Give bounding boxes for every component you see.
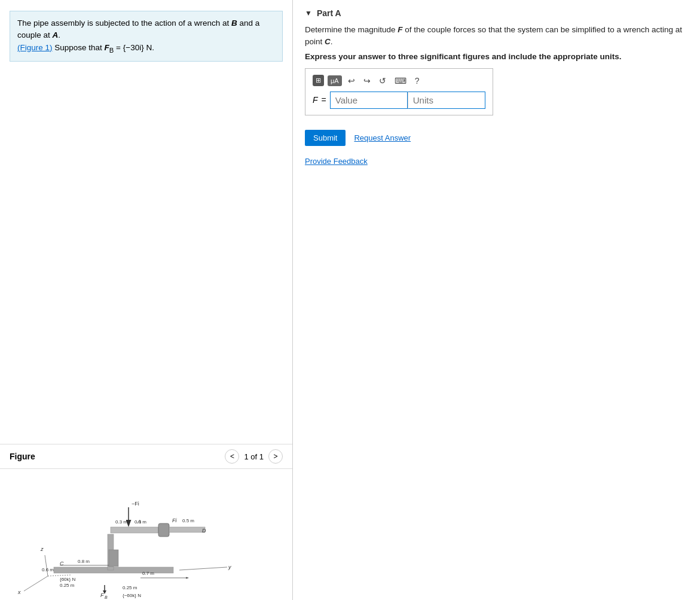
problem-text-5: = {−30i} N. bbox=[114, 43, 154, 52]
svg-line-4 bbox=[48, 575, 72, 576]
input-label: F bbox=[313, 95, 318, 105]
left-panel: The pipe assembly is subjected to the ac… bbox=[0, 0, 293, 600]
svg-text:z: z bbox=[40, 546, 44, 552]
grid-icon: ⊞ bbox=[316, 77, 321, 84]
svg-text:F: F bbox=[100, 592, 104, 598]
svg-text:−Fi: −Fi bbox=[132, 501, 139, 507]
figure-page-label: 1 of 1 bbox=[244, 452, 264, 461]
submit-button[interactable]: Submit bbox=[305, 130, 346, 146]
figure-link[interactable]: (Figure 1) bbox=[17, 43, 53, 52]
svg-text:D: D bbox=[202, 528, 206, 534]
keyboard-icon: ⌨ bbox=[395, 76, 406, 86]
refresh-icon: ↺ bbox=[379, 76, 386, 86]
problem-bold-A: A bbox=[53, 31, 59, 39]
problem-text-1: The pipe assembly is subjected to the ac… bbox=[17, 19, 231, 28]
redo-button[interactable]: ↪ bbox=[361, 75, 373, 87]
figure-nav: < 1 of 1 > bbox=[225, 449, 283, 464]
problem-text-4: Suppose that bbox=[53, 43, 105, 52]
svg-text:0.3 m: 0.3 m bbox=[135, 519, 146, 525]
action-row: Submit Request Answer bbox=[305, 130, 688, 146]
help-icon: ? bbox=[415, 76, 420, 86]
units-input[interactable] bbox=[408, 92, 485, 109]
request-answer-button[interactable]: Request Answer bbox=[354, 133, 411, 142]
svg-text:y: y bbox=[228, 564, 231, 570]
keyboard-button[interactable]: ⌨ bbox=[392, 75, 409, 87]
svg-text:0.6 m: 0.6 m bbox=[42, 567, 54, 572]
undo-button[interactable]: ↩ bbox=[346, 75, 357, 87]
figure-prev-button[interactable]: < bbox=[225, 449, 239, 464]
svg-rect-12 bbox=[111, 527, 158, 533]
part-description: Determine the magnitude F of the couple … bbox=[305, 24, 688, 48]
svg-rect-14 bbox=[169, 527, 205, 532]
part-collapse-arrow[interactable]: ▼ bbox=[305, 9, 312, 17]
svg-text:0.25 m: 0.25 m bbox=[123, 585, 137, 590]
part-instruction: Express your answer to three significant… bbox=[305, 52, 688, 61]
svg-line-0 bbox=[24, 576, 48, 591]
svg-text:0.3 m: 0.3 m bbox=[115, 519, 127, 525]
svg-rect-26 bbox=[109, 550, 118, 567]
svg-text:0.5 m: 0.5 m bbox=[182, 518, 194, 523]
grid-icon-button[interactable]: ⊞ bbox=[313, 75, 324, 86]
equals-sign: = bbox=[322, 95, 326, 105]
refresh-button[interactable]: ↺ bbox=[377, 75, 389, 87]
diagram-svg: x z C 0.6 m −Fi A bbox=[12, 474, 275, 600]
fb-label: F bbox=[105, 43, 109, 52]
svg-text:0.25 m: 0.25 m bbox=[60, 583, 75, 588]
svg-text:Fi: Fi bbox=[172, 517, 177, 523]
svg-text:0.7 m: 0.7 m bbox=[142, 571, 154, 576]
toolbar: ⊞ μA ↩ ↪ ↺ ⌨ ? bbox=[313, 75, 485, 87]
right-panel: ▼ Part A Determine the magnitude F of th… bbox=[293, 0, 700, 600]
svg-text:B: B bbox=[105, 595, 108, 599]
figure-next-button[interactable]: > bbox=[268, 449, 283, 464]
figure-area: Figure < 1 of 1 > x z C 0.6 m bbox=[0, 68, 292, 600]
svg-text:C: C bbox=[60, 561, 64, 567]
svg-text:x: x bbox=[17, 589, 21, 595]
answer-box: ⊞ μA ↩ ↪ ↺ ⌨ ? F = bbox=[305, 68, 493, 115]
redo-icon: ↪ bbox=[363, 76, 371, 86]
part-label: Part A bbox=[317, 8, 341, 18]
svg-text:0.8 m: 0.8 m bbox=[78, 559, 90, 564]
ua-label: μA bbox=[331, 77, 339, 84]
svg-rect-13 bbox=[158, 523, 169, 537]
input-row: F = bbox=[313, 92, 485, 109]
svg-line-2 bbox=[45, 555, 48, 576]
problem-bold-B: B bbox=[231, 19, 237, 28]
problem-statement: The pipe assembly is subjected to the ac… bbox=[10, 11, 283, 62]
figure-image-area: x z C 0.6 m −Fi A bbox=[0, 468, 292, 600]
figure-header: Figure < 1 of 1 > bbox=[0, 444, 292, 468]
provide-feedback-link[interactable]: Provide Feedback bbox=[305, 157, 688, 166]
help-button[interactable]: ? bbox=[412, 75, 422, 87]
svg-text:{−60k} N: {−60k} N bbox=[123, 593, 141, 598]
svg-line-20 bbox=[179, 567, 227, 570]
value-input[interactable] bbox=[330, 92, 408, 109]
ua-button[interactable]: μA bbox=[328, 75, 342, 86]
undo-icon: ↩ bbox=[348, 76, 355, 86]
figure-title: Figure bbox=[10, 452, 35, 461]
part-header: ▼ Part A bbox=[305, 0, 688, 24]
svg-text:{60k} N: {60k} N bbox=[60, 577, 75, 582]
problem-text-3: . bbox=[58, 31, 60, 39]
